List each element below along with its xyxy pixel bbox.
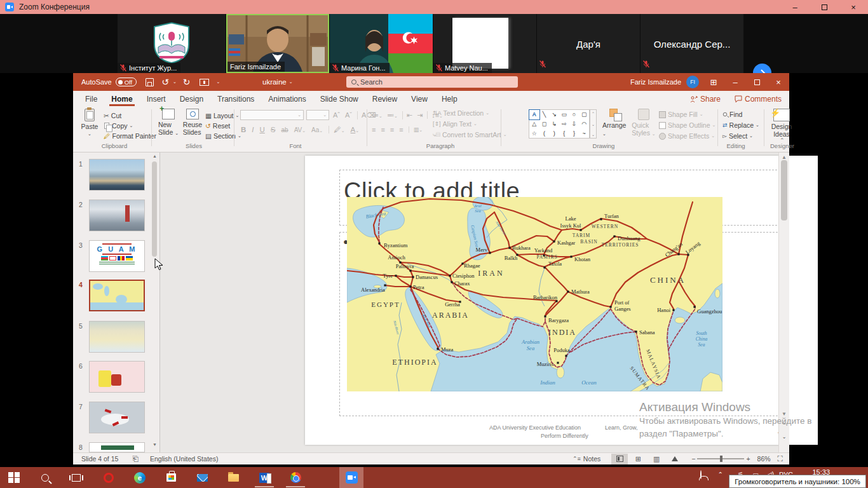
next-slide-button[interactable]: ⌄ [780,432,788,441]
menu-tab-home[interactable]: Home [104,91,139,107]
convert-smartart-button[interactable]: ⤷▤Convert to SmartArt⌄ [433,130,507,140]
thumbnail-scrollbar[interactable]: ▲ ▼ [151,152,158,452]
opera-icon[interactable] [98,469,119,486]
font-name-combobox[interactable]: ⌄ [240,110,304,120]
shape-glyph[interactable]: ◠ [579,119,589,129]
slide-thumbnail-1[interactable]: 1 [89,159,146,191]
scrollbar-thumb[interactable] [781,160,787,220]
shape-glyph[interactable]: { [559,128,569,138]
select-button[interactable]: ▻Select⌄ [722,131,753,141]
font-size-buttons[interactable]: AˆAˇA⌫ [333,110,376,120]
menu-tab-insert[interactable]: Insert [140,91,173,107]
participant-tile-institute[interactable]: Інститут Жур... [118,14,226,73]
paste-button[interactable]: Paste⌄ [77,109,102,137]
shape-glyph[interactable]: ( [539,128,550,138]
taskbar-search-icon[interactable] [34,469,56,486]
start-slideshow-button[interactable] [200,79,209,86]
font-style-buttons[interactable]: BIUSabAV⌄Aa⌄ 🖉⌄A⌄ [241,125,359,135]
replace-button[interactable]: ⇄Replace⌄ [722,120,759,130]
document-title-dropdown[interactable]: ⌄ [289,79,293,85]
ppt-restore-button[interactable] [746,78,768,87]
align-text-button[interactable]: [⇕]Align Text⌄ [433,119,477,129]
zoom-close-button[interactable]: × [839,0,868,14]
slide-thumbnail-8[interactable]: 8 [89,442,146,452]
language-indicator[interactable]: English (United States) [150,455,218,463]
slide-sorter-view-button[interactable]: ⊞ [630,454,646,464]
text-direction-button[interactable]: ⇅AText Direction⌄ [433,108,489,118]
undo-button[interactable]: ↺ [161,77,169,87]
zoom-taskbar-icon[interactable] [341,469,362,486]
main-vertical-scrollbar[interactable]: ▲ ▼ ⌃ ⌄ [778,152,789,452]
customize-qat-button[interactable]: ⌄ [217,79,220,85]
arrange-button[interactable]: Arrange ⌄ [602,109,628,137]
start-button[interactable] [3,469,25,486]
slide-thumbnail-6[interactable]: 6 [89,361,146,393]
slide-thumbnail-7[interactable]: 7 [89,402,146,433]
zoom-slider[interactable] [697,458,744,459]
shape-fill-button[interactable]: Shape Fill⌄ [659,109,703,119]
reading-view-button[interactable]: ▥ [648,454,665,464]
menu-tab-slide-show[interactable]: Slide Show [313,91,365,107]
zoom-out-button[interactable]: − [691,455,695,463]
ppt-minimize-button[interactable]: – [724,78,746,87]
menu-tab-help[interactable]: Help [435,91,465,107]
slide-thumbnail-3[interactable]: 3G U A M [89,240,146,272]
accessibility-icon[interactable]: ⎗ [132,454,139,463]
shape-glyph[interactable]: ⇨ [559,119,569,129]
fit-to-window-button[interactable]: ⛶ [778,454,783,463]
zoom-maximize-button[interactable] [810,0,839,14]
design-ideas-button[interactable]: DesignIdeas [767,109,796,138]
zoom-in-button[interactable]: + [746,455,750,463]
user-avatar[interactable]: FI [686,76,699,88]
slide-indicator[interactable]: Slide 4 of 15 [81,455,118,463]
menu-tab-design[interactable]: Design [173,91,210,107]
zoom-minimize-button[interactable]: – [780,0,810,14]
participant-tile-fariz[interactable]: Fariz Ismailzade [226,14,329,73]
participant-tile-matvey[interactable]: Matvey Nau... [433,14,536,73]
document-title[interactable]: ukraine [262,78,287,86]
new-slide-button[interactable]: NewSlide ⌄ [156,109,181,136]
shape-glyph[interactable]: A [529,110,539,119]
shape-glyph[interactable]: ⇩ [569,119,580,129]
cut-button[interactable]: ✂Cut [104,111,121,121]
search-box[interactable]: Search [346,76,518,88]
zoom-percentage[interactable]: 86% [757,455,771,463]
participant-tile-darya[interactable]: Дар'я [537,14,640,73]
find-button[interactable]: Find [722,109,742,119]
collapse-ribbon-button[interactable]: ⌃ [780,137,785,144]
silk-road-map-image[interactable]: ByzantiumAntiochPalmyraTyreDamascusPetra… [347,197,722,391]
shape-glyph[interactable]: } [569,128,580,138]
task-view-icon[interactable] [65,469,87,486]
menu-tab-view[interactable]: View [404,91,435,107]
ppt-close-button[interactable]: × [768,78,789,87]
shape-glyph[interactable]: ▭ [559,110,569,119]
mail-icon[interactable] [191,469,213,486]
shapes-gallery-scroll[interactable]: ⌃⌄⌄ [590,109,597,139]
zoom-slider-handle[interactable] [720,456,722,462]
menu-tab-transitions[interactable]: Transitions [210,91,261,107]
ribbon-display-options-button[interactable]: ⊞ [703,78,724,87]
normal-view-button[interactable] [611,454,628,464]
word-icon[interactable]: W [254,469,275,486]
shape-glyph[interactable]: ◻ [539,119,550,129]
notes-button[interactable]: ⌃≡Notes [573,455,600,463]
shape-effects-button[interactable]: Shape Effects⌄ [659,131,715,141]
alignment-buttons[interactable]: ≡≡≡≡▥⌄ [372,125,423,135]
chrome-icon[interactable] [285,469,306,486]
reuse-slides-button[interactable]: ReuseSlides [180,109,205,136]
slide-thumbnail-2[interactable]: 2 [89,200,146,231]
slide-thumbnail-5[interactable]: 5 [89,321,146,353]
slide-thumbnail-panel[interactable]: ▲ ▼ 123G U A M45678 [73,152,160,452]
reset-button[interactable]: ↺Reset [205,121,230,131]
participant-tile-marina[interactable]: Марина Гон... [330,14,433,73]
shape-glyph[interactable]: ↳ [549,119,559,129]
shape-glyph[interactable]: ) [549,128,559,138]
user-name[interactable]: Fariz Ismailzade [630,78,681,86]
comments-button[interactable]: Comments [735,95,782,104]
shape-glyph[interactable]: ○ [569,110,580,119]
shape-glyph[interactable]: ↘ [549,110,559,119]
copy-button[interactable]: Copy⌄ [104,121,133,131]
shape-outline-button[interactable]: Shape Outline⌄ [659,120,715,130]
redo-button[interactable]: ↻ [183,77,191,87]
participant-tile-oleksandr[interactable]: Олександр Сер... [641,14,743,73]
